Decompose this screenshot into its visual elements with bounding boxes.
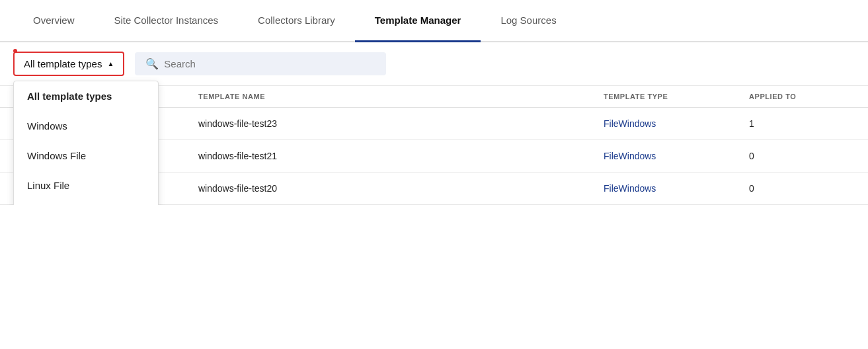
red-indicator — [13, 49, 17, 53]
dropdown-item-windows[interactable]: Windows — [14, 111, 158, 141]
search-input[interactable] — [164, 58, 375, 69]
row0-applied: 1 — [749, 118, 855, 129]
search-box[interactable]: 🔍 — [135, 52, 386, 75]
tab-collectors-library[interactable]: Collectors Library — [238, 0, 355, 42]
row1-applied: 0 — [749, 151, 855, 161]
dropdown-item-windows-file[interactable]: Windows File — [14, 141, 158, 171]
top-navigation: Overview Site Collector Instances Collec… — [0, 0, 868, 42]
tab-overview[interactable]: Overview — [13, 0, 95, 42]
filter-row: All template types ▲ 🔍 All template type… — [0, 42, 868, 86]
tab-log-sources[interactable]: Log Sources — [481, 0, 576, 42]
col-header-name: TEMPLATE NAME — [198, 93, 604, 100]
dropdown-item-archive-windows[interactable]: Archive Windows — [14, 200, 158, 205]
search-icon: 🔍 — [145, 58, 159, 70]
row2-name[interactable]: windows-file-test20 — [198, 183, 604, 194]
dropdown-item-all[interactable]: All template types — [14, 81, 158, 111]
dropdown-item-linux-file[interactable]: Linux File — [14, 171, 158, 200]
row1-type[interactable]: FileWindows — [604, 151, 749, 161]
row1-name[interactable]: windows-file-test21 — [198, 151, 604, 161]
template-type-dropdown[interactable]: All template types ▲ — [13, 52, 124, 76]
col-header-applied: APPLIED TO — [749, 93, 855, 100]
dropdown-menu: All template types Windows Windows File … — [13, 81, 159, 205]
dropdown-label: All template types — [24, 58, 102, 69]
row2-type[interactable]: FileWindows — [604, 183, 749, 194]
tab-site-collector-instances[interactable]: Site Collector Instances — [95, 0, 239, 42]
tab-template-manager[interactable]: Template Manager — [355, 0, 481, 42]
row0-name[interactable]: windows-file-test23 — [198, 118, 604, 129]
col-header-type2: TEMPLATE TYPE — [604, 93, 749, 100]
row2-applied: 0 — [749, 183, 855, 194]
row0-type[interactable]: FileWindows — [604, 118, 749, 129]
dropdown-arrow: ▲ — [107, 60, 114, 67]
